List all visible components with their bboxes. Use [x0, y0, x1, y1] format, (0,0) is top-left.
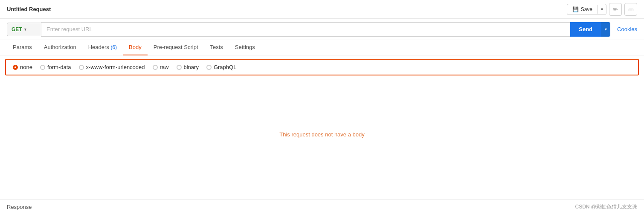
radio-dot-none [13, 65, 18, 70]
bottom-bar: Response CSDN @彩虹色猫儿支支珠 [0, 200, 644, 214]
method-label: GET [12, 26, 22, 32]
method-select[interactable]: GET ▾ [7, 23, 41, 36]
body-type-x-www-form-urlencoded[interactable]: x-www-form-urlencoded [79, 64, 145, 70]
top-bar: Untitled Request 💾 Save ▾ ✏ ▭ [0, 0, 644, 19]
body-type-none[interactable]: none [13, 64, 32, 70]
tab-tests[interactable]: Tests [204, 40, 229, 55]
page-title: Untitled Request [7, 6, 51, 12]
url-input[interactable] [41, 22, 570, 37]
tab-badge-headers: (6) [110, 44, 117, 50]
radio-dot-binary [177, 65, 182, 70]
method-arrow: ▾ [24, 27, 26, 32]
tab-settings[interactable]: Settings [229, 40, 261, 55]
body-type-bar: noneform-datax-www-form-urlencodedrawbin… [5, 59, 639, 75]
empty-body-message: This request does not have a body [279, 131, 364, 138]
tab-authorization[interactable]: Authorization [38, 40, 82, 55]
save-dropdown-arrow[interactable]: ▾ [598, 5, 606, 14]
radio-dot-raw [153, 65, 158, 70]
radio-label-raw: raw [160, 64, 169, 70]
tabs-bar: ParamsAuthorizationHeaders (6)BodyPre-re… [0, 40, 644, 55]
tabs-list: ParamsAuthorizationHeaders (6)BodyPre-re… [7, 40, 261, 55]
send-dropdown-arrow[interactable]: ▾ [601, 22, 610, 37]
radio-dot-form-data [40, 65, 45, 70]
edit-button[interactable]: ✏ [609, 3, 622, 16]
top-bar-actions: 💾 Save ▾ ✏ ▭ [567, 3, 637, 16]
body-type-graphql[interactable]: GraphQL [206, 64, 236, 70]
body-type-binary[interactable]: binary [177, 64, 199, 70]
tab-params[interactable]: Params [7, 40, 38, 55]
radio-label-graphql: GraphQL [214, 64, 236, 70]
url-bar: GET ▾ Send ▾ Cookies [0, 19, 644, 40]
edit-icon: ✏ [613, 6, 618, 13]
send-button-group: Send ▾ [570, 22, 610, 37]
cookies-link[interactable]: Cookies [617, 26, 637, 32]
comment-icon: ▭ [628, 6, 634, 13]
radio-label-form-data: form-data [47, 64, 71, 70]
tab-headers[interactable]: Headers (6) [82, 40, 123, 55]
radio-label-none: none [20, 64, 32, 70]
radio-label-x-www-form-urlencoded: x-www-form-urlencoded [86, 64, 145, 70]
tab-body[interactable]: Body [123, 40, 148, 55]
tab-prerequest[interactable]: Pre-request Script [148, 40, 204, 55]
body-type-form-data[interactable]: form-data [40, 64, 71, 70]
body-type-raw[interactable]: raw [153, 64, 169, 70]
send-button[interactable]: Send [570, 22, 601, 37]
save-button[interactable]: 💾 Save [567, 4, 598, 14]
save-button-group: 💾 Save ▾ [567, 4, 606, 15]
radio-dot-x-www-form-urlencoded [79, 65, 84, 70]
watermark: CSDN @彩虹色猫儿支支珠 [575, 203, 637, 211]
main-content: This request does not have a body [0, 79, 644, 190]
response-label: Response [7, 204, 32, 210]
radio-label-binary: binary [184, 64, 199, 70]
comment-button[interactable]: ▭ [624, 3, 637, 16]
save-icon: 💾 [572, 6, 579, 12]
radio-dot-graphql [206, 65, 212, 70]
